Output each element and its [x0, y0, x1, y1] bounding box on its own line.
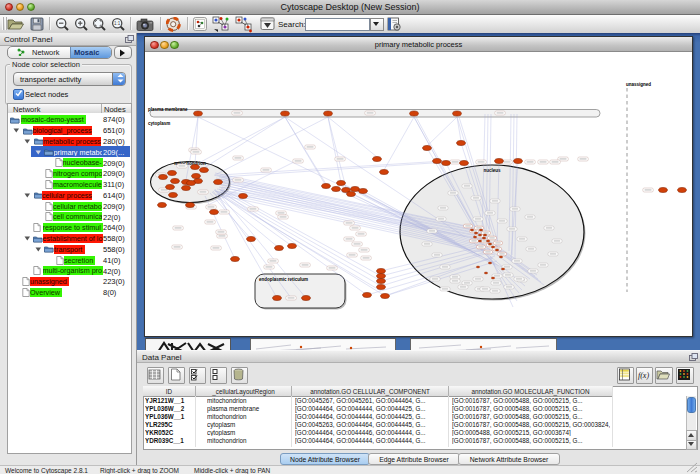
svg-text:unassigned: unassigned — [626, 82, 651, 87]
svg-text:plasma membrane: plasma membrane — [148, 107, 188, 112]
svg-text:1:1: 1:1 — [114, 21, 121, 26]
svg-text:f(x): f(x) — [638, 371, 649, 380]
svg-text:cytoplasm: cytoplasm — [148, 121, 170, 126]
svg-text:nucleus: nucleus — [483, 168, 501, 173]
